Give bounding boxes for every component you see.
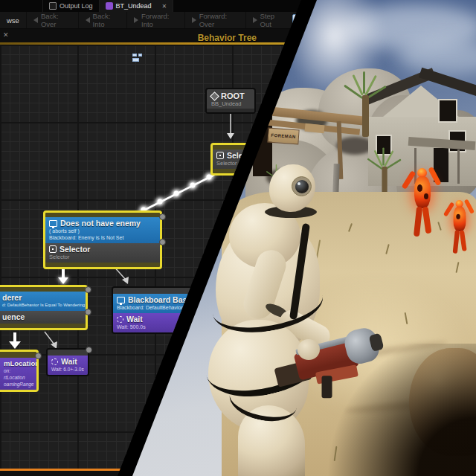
root-icon	[210, 91, 219, 101]
weapon-grip	[322, 376, 332, 398]
node-pin[interactable]	[86, 347, 92, 353]
forward-into-button[interactable]: Forward: Into	[127, 12, 185, 28]
debug-toolbar: wse Back: Over Back: Into Forward: Into …	[0, 12, 312, 29]
decorator-icon	[117, 297, 125, 303]
graph-title: Behavior Tree	[160, 33, 257, 43]
graph-strip: ✕	[0, 29, 312, 42]
node-random-location[interactable]: mLocation on: rtLocation oamingRange	[0, 350, 39, 392]
forward-into-icon	[134, 17, 138, 23]
step-out-icon	[253, 17, 257, 23]
step-out-button[interactable]: Step Out	[246, 12, 291, 28]
enemy-character	[448, 200, 471, 258]
robot-hand	[298, 339, 320, 360]
foreman-sign: FOREMAN	[267, 128, 299, 145]
selector-icon	[49, 245, 57, 253]
node-pin[interactable]	[35, 353, 42, 359]
bt-asset-icon	[106, 2, 113, 10]
wait-icon	[117, 316, 123, 323]
decorator-icon	[49, 220, 57, 227]
node-root[interactable]: ROOT BB_Undead	[205, 88, 256, 114]
node-pin[interactable]	[85, 309, 91, 315]
forward-over-icon	[192, 17, 196, 23]
screenshot-root: FOREMAN	[0, 0, 476, 476]
back-into-button[interactable]: Back: Into	[79, 12, 127, 28]
node-does-not-have-enemy[interactable]: Does not have enemy ( aborts self ) Blac…	[43, 210, 162, 269]
tab-partial[interactable]	[0, 0, 43, 12]
tab-label: Output Log	[60, 2, 93, 10]
tab-bar: Output Log BT_Undead ✕	[0, 0, 312, 12]
forward-over-button[interactable]: Forward: Over	[185, 12, 246, 28]
browse-button[interactable]: wse	[0, 12, 27, 28]
node-pin[interactable]	[85, 286, 91, 293]
yucca-trunk	[362, 95, 369, 137]
attic-window	[438, 99, 457, 123]
sign-plank	[304, 123, 324, 134]
back-into-icon	[86, 17, 90, 23]
porch-post	[457, 149, 460, 184]
back-over-button[interactable]: Back: Over	[27, 12, 79, 28]
tab-output-log[interactable]: Output Log	[43, 0, 100, 12]
close-tab-icon[interactable]: ✕	[162, 3, 167, 10]
close-icon[interactable]: ✕	[3, 31, 9, 39]
yucca-plant	[344, 65, 385, 140]
back-over-icon	[33, 17, 38, 23]
node-pin[interactable]	[159, 239, 166, 245]
lens-highlight	[298, 182, 300, 185]
tab-label: BT_Undead	[116, 2, 152, 10]
enemy-character	[408, 168, 437, 242]
output-log-icon	[49, 2, 57, 10]
node-wanderer[interactable]: derer d: DefaultBehavior Is Equal To Wan…	[0, 285, 88, 330]
node-wait[interactable]: Wait Wait: 6.0+-3.0s	[46, 348, 89, 376]
selector-icon	[216, 152, 224, 159]
tab-bt-undead[interactable]: BT_Undead ✕	[100, 0, 174, 12]
node-pin[interactable]	[159, 213, 166, 220]
enemy-torso	[414, 176, 431, 208]
wait-icon	[51, 358, 58, 365]
